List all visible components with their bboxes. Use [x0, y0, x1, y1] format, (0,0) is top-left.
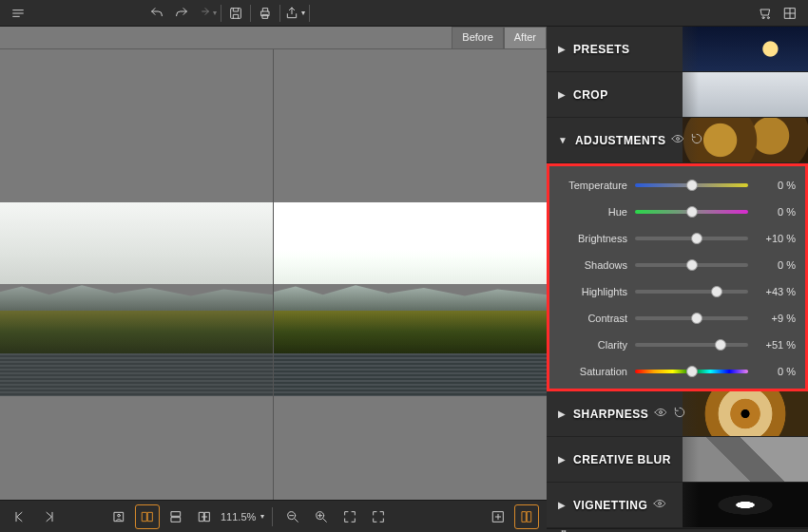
adjustment-slider[interactable] — [635, 290, 748, 294]
separator — [309, 5, 310, 22]
split-swap-button[interactable] — [192, 504, 217, 529]
svg-point-20 — [660, 411, 663, 414]
svg-point-3 — [762, 16, 764, 18]
adjustment-slider[interactable] — [635, 183, 748, 187]
eye-icon[interactable] — [653, 497, 666, 513]
adjustment-label: Contrast — [559, 313, 635, 324]
preview-before[interactable] — [0, 49, 273, 500]
adjustment-row-saturation: Saturation0 % — [559, 362, 796, 381]
menu-icon[interactable] — [6, 2, 30, 25]
panel-title: CROP — [573, 88, 608, 102]
zoom-fit-button[interactable] — [337, 504, 362, 529]
split-vert-button[interactable] — [164, 504, 188, 529]
svg-rect-11 — [171, 517, 180, 522]
tab-before[interactable]: Before — [452, 27, 503, 48]
svg-point-7 — [118, 514, 121, 517]
create-preset-button[interactable]: Create a preset with current settings — [547, 528, 808, 532]
zoom-in-button[interactable] — [309, 504, 334, 529]
adjustment-row-hue: Hue0 % — [559, 202, 796, 221]
export-button[interactable]: ▾ — [282, 2, 307, 25]
panel-sharpness[interactable]: ▶ SHARPNESS — [547, 391, 808, 437]
adjustment-row-shadows: Shadows0 % — [559, 256, 796, 275]
view-tabs: Before After — [0, 27, 547, 49]
adjustment-row-temperature: Temperature0 % — [559, 176, 796, 195]
prev-image-button[interactable] — [8, 504, 32, 529]
split-view-button[interactable] — [135, 504, 160, 529]
preview-after[interactable] — [273, 49, 547, 500]
next-image-button[interactable] — [36, 504, 61, 529]
cart-button[interactable] — [753, 2, 778, 25]
adjustment-label: Hue — [559, 206, 635, 218]
svg-rect-18 — [528, 511, 531, 522]
svg-rect-8 — [143, 512, 147, 521]
accordion: ▶ PRESETS ▶ CROP ▼ ADJUSTMENTS — [547, 27, 808, 528]
adjustment-slider[interactable] — [635, 316, 748, 320]
chevron-right-icon: ▶ — [558, 44, 566, 54]
undo-button[interactable] — [144, 2, 169, 25]
adjustment-label: Clarity — [559, 339, 635, 351]
top-toolbar: ▾ ▾ — [0, 0, 808, 27]
adjustment-slider[interactable] — [635, 210, 748, 214]
panel-crop[interactable]: ▶ CROP — [547, 72, 808, 118]
svg-rect-9 — [148, 512, 153, 521]
zoom-level[interactable]: 111.5%▾ — [221, 511, 264, 522]
svg-point-4 — [767, 16, 769, 18]
single-view-button[interactable] — [106, 504, 131, 529]
redo-button[interactable] — [169, 2, 194, 25]
zoom-out-button[interactable] — [280, 504, 305, 529]
panel-adjustments[interactable]: ▼ ADJUSTMENTS — [547, 118, 808, 163]
adjustment-label: Brightness — [559, 233, 635, 244]
chevron-right-icon: ▶ — [558, 408, 566, 419]
info-toggle-button[interactable] — [514, 504, 539, 529]
app-root: ▾ ▾ Before After — [0, 0, 808, 532]
chevron-right-icon: ▶ — [558, 454, 566, 465]
zoom-100-button[interactable] — [366, 504, 391, 529]
slider-thumb[interactable] — [715, 339, 726, 351]
slider-thumb[interactable] — [686, 180, 698, 191]
panel-title: VIGNETTING — [573, 499, 647, 512]
print-button[interactable] — [253, 2, 278, 25]
panel-creative-blur[interactable]: ▶ CREATIVE BLUR — [547, 437, 808, 483]
panel-title: PRESETS — [573, 43, 630, 56]
adjustment-row-contrast: Contrast+9 % — [559, 309, 796, 328]
adjustment-slider[interactable] — [635, 343, 748, 347]
side-panel: ▶ PRESETS ▶ CROP ▼ ADJUSTMENTS — [547, 27, 808, 532]
adjustment-row-clarity: Clarity+51 % — [559, 335, 796, 354]
adjustment-value: +10 % — [748, 233, 796, 244]
slider-thumb[interactable] — [711, 286, 722, 297]
reset-icon[interactable] — [673, 406, 686, 422]
slider-thumb[interactable] — [686, 366, 698, 377]
slider-thumb[interactable] — [686, 206, 698, 218]
chevron-right-icon: ▶ — [558, 500, 566, 510]
history-dropdown[interactable]: ▾ — [194, 2, 219, 25]
separator — [279, 5, 280, 22]
save-button[interactable] — [223, 2, 248, 25]
grid-button[interactable] — [778, 2, 802, 25]
eye-icon[interactable] — [654, 406, 667, 422]
slider-thumb[interactable] — [691, 233, 702, 244]
adjustment-slider[interactable] — [635, 237, 748, 240]
panel-vignetting[interactable]: ▶ VIGNETTING — [547, 483, 808, 528]
reset-icon[interactable] — [690, 132, 703, 148]
adjustment-slider[interactable] — [635, 370, 748, 373]
adjustment-slider[interactable] — [635, 263, 748, 267]
adjustment-value: 0 % — [748, 259, 796, 271]
eye-icon[interactable] — [671, 132, 684, 148]
tab-after[interactable]: After — [504, 27, 547, 48]
adjustment-label: Saturation — [559, 366, 635, 377]
panel-title: ADJUSTMENTS — [575, 134, 666, 147]
separator — [250, 5, 251, 22]
panel-title: SHARPNESS — [573, 408, 648, 421]
add-button[interactable] — [486, 504, 510, 529]
adjustment-value: 0 % — [748, 366, 796, 377]
slider-thumb[interactable] — [686, 259, 698, 271]
svg-rect-17 — [522, 511, 526, 522]
adjustment-label: Highlights — [559, 286, 635, 297]
bottom-toolbar: 111.5%▾ — [0, 500, 547, 532]
main-area: Before After — [0, 27, 808, 532]
slider-thumb[interactable] — [691, 313, 702, 324]
svg-point-21 — [659, 503, 662, 505]
panel-title: CREATIVE BLUR — [573, 453, 671, 466]
svg-rect-0 — [231, 8, 241, 18]
panel-presets[interactable]: ▶ PRESETS — [547, 27, 808, 72]
